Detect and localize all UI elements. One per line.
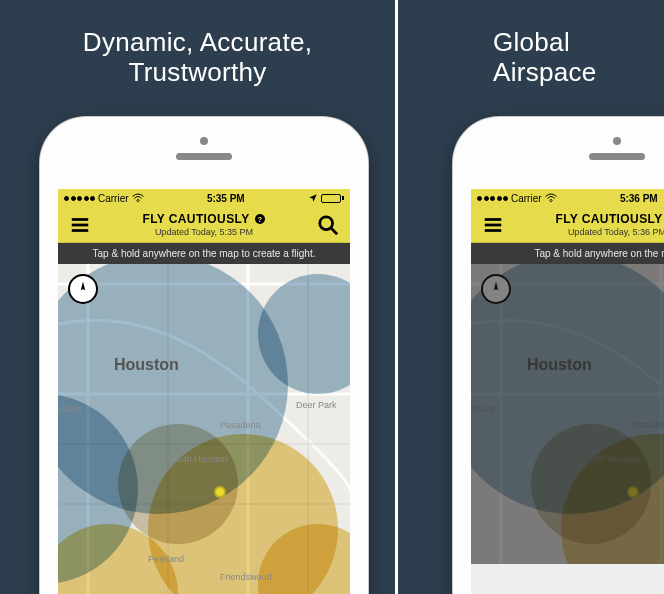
header-title: FLY CAUTIOUSLY bbox=[142, 212, 249, 226]
map-label-friendswood: Friendswood bbox=[220, 572, 272, 582]
signal-dots-icon bbox=[477, 196, 508, 201]
phone-camera-dot bbox=[200, 137, 208, 145]
menu-button[interactable] bbox=[481, 213, 505, 237]
carrier-label: Carrier bbox=[98, 193, 129, 204]
phone-mockup: Carrier 5:36 PM FLY CAUTIOUSLY ? bbox=[453, 117, 664, 594]
compass-button[interactable] bbox=[68, 274, 98, 304]
map-canvas[interactable]: Houston Bellaire Pasadena Deer Park Sout… bbox=[58, 264, 350, 594]
carrier-label: Carrier bbox=[511, 193, 542, 204]
svg-line-7 bbox=[331, 227, 337, 233]
header-title: FLY CAUTIOUSLY bbox=[555, 212, 662, 226]
clock-label: 5:35 PM bbox=[207, 193, 245, 204]
map-canvas[interactable]: Houston Bellaire Pasadena South Houston bbox=[471, 264, 664, 564]
user-location-pin bbox=[627, 486, 639, 498]
phone-mockup: Carrier 5:35 PM FLY CAUTIOUSLY ? bbox=[40, 117, 368, 594]
svg-point-0 bbox=[137, 201, 139, 203]
phone-screen: Carrier 5:35 PM FLY CAUTIOUSLY ? bbox=[58, 189, 350, 594]
hamburger-icon bbox=[69, 214, 91, 236]
phone-screen: Carrier 5:36 PM FLY CAUTIOUSLY ? bbox=[471, 189, 664, 594]
signal-dots-icon bbox=[64, 196, 95, 201]
svg-point-6 bbox=[320, 216, 333, 229]
hint-bar: Tap & hold anywhere on the map to create… bbox=[58, 243, 350, 264]
clock-label: 5:36 PM bbox=[620, 193, 658, 204]
ios-status-bar: Carrier 5:35 PM bbox=[58, 189, 350, 207]
user-location-pin bbox=[214, 486, 226, 498]
map-label-pearland: Pearland bbox=[148, 554, 184, 564]
hamburger-icon bbox=[482, 214, 504, 236]
header-subtitle: Updated Today, 5:36 PM bbox=[555, 227, 664, 237]
promo-slide-left: Dynamic, Accurate, Trustworthy Carrier 5… bbox=[0, 0, 398, 594]
battery-icon bbox=[321, 194, 344, 203]
map-city-label: Houston bbox=[527, 356, 592, 374]
app-header: FLY CAUTIOUSLY ? Updated Today, 5:36 PM bbox=[471, 207, 664, 243]
location-icon bbox=[308, 193, 318, 203]
menu-button[interactable] bbox=[68, 213, 92, 237]
map-roads bbox=[471, 264, 664, 564]
airspace-zone-overlap bbox=[118, 424, 238, 544]
wifi-icon bbox=[132, 193, 144, 203]
promo-slide-right: Global Airspace Carrier 5:36 PM bbox=[401, 0, 664, 594]
help-icon[interactable]: ? bbox=[254, 213, 266, 225]
header-title-block: FLY CAUTIOUSLY ? Updated Today, 5:35 PM bbox=[142, 212, 265, 237]
search-button[interactable] bbox=[316, 213, 340, 237]
search-icon bbox=[317, 214, 339, 236]
map-label-bellaire: Bellaire bbox=[471, 404, 495, 414]
map-label-south-houston: South Houston bbox=[168, 454, 228, 464]
header-title-block: FLY CAUTIOUSLY ? Updated Today, 5:36 PM bbox=[555, 212, 664, 237]
phone-speaker bbox=[589, 153, 645, 160]
map-city-label: Houston bbox=[114, 356, 179, 374]
airspace-zone-blue bbox=[471, 264, 664, 514]
compass-needle-icon bbox=[74, 280, 92, 298]
map-label-pasadena: Pasadena bbox=[220, 420, 261, 430]
airspace-zone-overlap bbox=[531, 424, 651, 544]
header-subtitle: Updated Today, 5:35 PM bbox=[142, 227, 265, 237]
phone-speaker bbox=[176, 153, 232, 160]
map-label-south-houston: South Houston bbox=[581, 454, 641, 464]
airspace-zone-yellow bbox=[561, 434, 664, 564]
svg-point-12 bbox=[550, 201, 552, 203]
phone-camera-dot bbox=[613, 137, 621, 145]
map-label-deerpark: Deer Park bbox=[296, 400, 337, 410]
map-label-bellaire: Bellaire bbox=[58, 404, 82, 414]
compass-needle-icon bbox=[487, 280, 505, 298]
wifi-icon bbox=[545, 193, 557, 203]
slide-headline: Dynamic, Accurate, Trustworthy bbox=[0, 28, 395, 88]
svg-text:?: ? bbox=[257, 215, 262, 224]
map-label-pasadena: Pasadena bbox=[633, 420, 664, 430]
slide-headline: Global Airspace bbox=[401, 28, 664, 88]
hint-bar: Tap & hold anywhere on the map to c bbox=[471, 243, 664, 264]
app-header: FLY CAUTIOUSLY ? Updated Today, 5:35 PM bbox=[58, 207, 350, 243]
ios-status-bar: Carrier 5:36 PM bbox=[471, 189, 664, 207]
compass-button[interactable] bbox=[481, 274, 511, 304]
